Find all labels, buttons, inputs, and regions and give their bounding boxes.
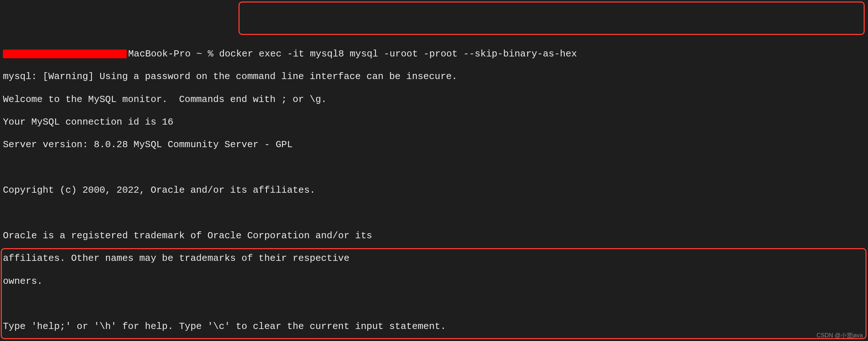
blank-line <box>3 207 865 219</box>
mysql-trademark-2: affiliates. Other names may be trademark… <box>3 253 865 264</box>
blank-line <box>3 298 865 310</box>
mysql-copyright: Copyright (c) 2000, 2022, Oracle and/or … <box>3 185 865 196</box>
mysql-help-hint: Type 'help;' or '\h' for help. Type '\c'… <box>3 321 865 332</box>
highlight-box-command <box>238 1 865 35</box>
mysql-welcome: Welcome to the MySQL monitor. Commands e… <box>3 94 865 105</box>
hostname-prompt: MacBook-Pro ~ % <box>128 48 219 59</box>
mysql-connection-id: Your MySQL connection id is 16 <box>3 117 865 128</box>
redacted-username <box>3 50 127 58</box>
shell-prompt-line[interactable]: MacBook-Pro ~ % docker exec -it mysql8 m… <box>3 48 865 60</box>
mysql-trademark-3: owners. <box>3 276 865 287</box>
watermark: CSDN @小贤java <box>817 332 863 339</box>
mysql-server-version: Server version: 8.0.28 MySQL Community S… <box>3 139 865 150</box>
blank-line <box>3 162 865 173</box>
mysql-trademark-1: Oracle is a registered trademark of Orac… <box>3 230 865 242</box>
mysql-warning: mysql: [Warning] Using a password on the… <box>3 71 865 82</box>
shell-command: docker exec -it mysql8 mysql -uroot -pro… <box>219 48 577 59</box>
